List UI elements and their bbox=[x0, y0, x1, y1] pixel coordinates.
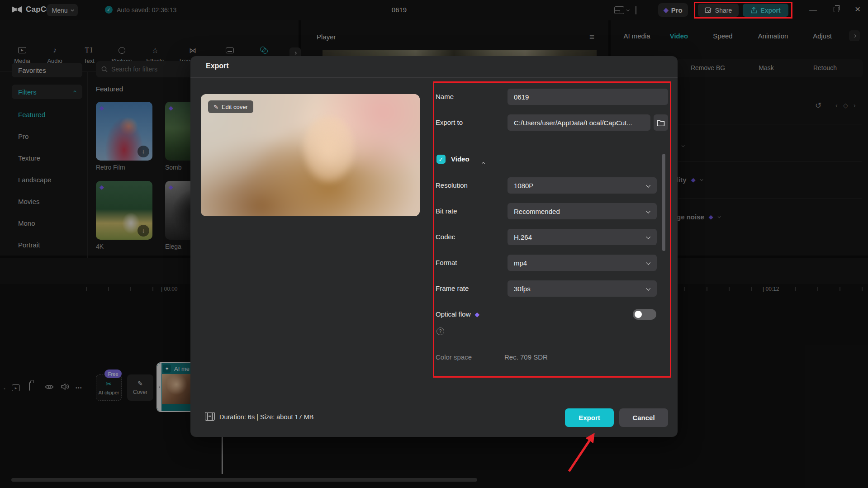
name-label: Name bbox=[436, 93, 454, 100]
browse-folder-button[interactable] bbox=[654, 114, 668, 131]
chevron-down-icon bbox=[646, 260, 650, 265]
framerate-label: Frame rate bbox=[436, 284, 469, 292]
format-label: Format bbox=[436, 259, 457, 266]
collapse-section-button[interactable] bbox=[482, 158, 484, 166]
optical-flow-label: Optical flow ◆ bbox=[436, 310, 479, 318]
resolution-select[interactable]: 1080P bbox=[508, 177, 657, 194]
dialog-scrollbar[interactable] bbox=[662, 154, 665, 251]
export-summary: Duration: 6s | Size: about 17 MB bbox=[219, 413, 314, 421]
toggle-knob bbox=[635, 311, 642, 318]
film-icon bbox=[205, 412, 215, 421]
resolution-label: Resolution bbox=[436, 181, 468, 189]
codec-label: Codec bbox=[436, 233, 455, 241]
color-space-value: Rec. 709 SDR bbox=[504, 353, 548, 361]
pro-diamond-icon: ◆ bbox=[475, 311, 480, 318]
name-input[interactable]: 0619 bbox=[508, 89, 668, 105]
export-to-label: Export to bbox=[436, 118, 463, 126]
pencil-icon: ✎ bbox=[213, 104, 218, 110]
video-checkbox[interactable]: ✓ bbox=[436, 155, 446, 164]
export-path-input[interactable]: C:/Users/user/AppData/Local/CapCut... bbox=[508, 114, 650, 131]
chevron-down-icon bbox=[646, 183, 650, 187]
edit-cover-button[interactable]: ✎ Edit cover bbox=[208, 100, 253, 113]
chevron-down-icon bbox=[646, 208, 650, 213]
codec-select[interactable]: H.264 bbox=[508, 229, 657, 245]
cancel-button[interactable]: Cancel bbox=[619, 408, 668, 427]
format-select[interactable]: mp4 bbox=[508, 255, 657, 271]
capcut-app: CapCut Menu ✓ Auto saved: 02:36:13 0619 … bbox=[0, 0, 868, 488]
dialog-title: Export bbox=[206, 62, 229, 70]
help-icon[interactable]: ? bbox=[436, 327, 444, 335]
cover-preview: ✎ Edit cover bbox=[201, 94, 420, 216]
export-button[interactable]: Export bbox=[565, 408, 614, 427]
export-dialog: Export ✎ Edit cover Name 0619 Export to … bbox=[190, 56, 678, 437]
color-space-label: Color space bbox=[436, 353, 472, 361]
edit-cover-label: Edit cover bbox=[222, 104, 248, 110]
chevron-down-icon bbox=[646, 234, 650, 239]
framerate-select[interactable]: 30fps bbox=[508, 280, 657, 297]
folder-icon bbox=[657, 119, 665, 126]
bitrate-select[interactable]: Recommended bbox=[508, 203, 657, 219]
optical-flow-toggle[interactable] bbox=[633, 309, 656, 320]
bitrate-label: Bit rate bbox=[436, 207, 457, 215]
video-section-label: Video bbox=[451, 155, 470, 163]
cover-face bbox=[302, 116, 356, 184]
chevron-down-icon bbox=[646, 286, 650, 290]
divider bbox=[190, 77, 678, 78]
